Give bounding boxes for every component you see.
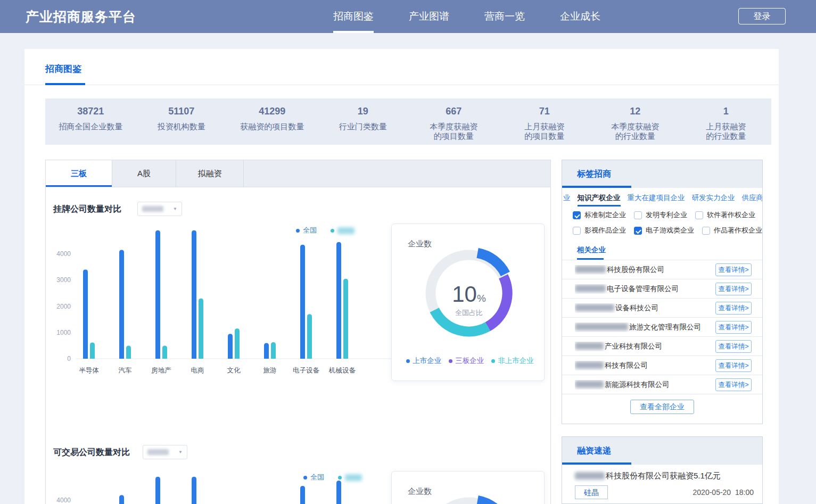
view-detail-button[interactable]: 查看详情> [715, 283, 752, 295]
checkbox-label: 作品著作权企业 [714, 226, 762, 235]
redacted-company-prefix [575, 342, 604, 350]
tag-tab-1[interactable]: 业 [563, 193, 571, 206]
legend-dot [491, 359, 495, 363]
checkbox-标准制定企业[interactable]: 标准制定企业 [573, 210, 626, 220]
tag-category-tabs: 业知识产权企业重大在建项目企业研发实力企业供应商企业科 [562, 193, 762, 209]
view-all-companies-button[interactable]: 查看全部企业 [630, 400, 694, 414]
top-navigation-bar: 产业招商服务平台 招商图鉴产业图谱营商一览企业成长 登录 [0, 0, 816, 33]
tag-tab-4[interactable]: 研发实力企业 [692, 193, 735, 206]
donut-legend-item-3[interactable]: 非上市企业 [491, 356, 534, 366]
stats-bar: 38721招商全国企业数量51107投资机构数量41299获融资的项目数量19行… [45, 98, 771, 145]
redacted-text [142, 206, 163, 212]
main-nav: 招商图鉴产业图谱营商一览企业成长 [333, 0, 600, 33]
market-tabs: 三板A股拟融资 [45, 160, 551, 187]
checkbox-影视作品企业[interactable]: 影视作品企业 [573, 226, 626, 235]
view-detail-button[interactable]: 查看详情> [715, 378, 752, 391]
tag-panel-title-underline [562, 186, 631, 188]
company-row-5: 产业科技有限公司查看详情> [562, 336, 762, 356]
company-name: 新能源科技有限公司 [575, 380, 715, 390]
view-detail-button[interactable]: 查看详情> [715, 321, 752, 334]
company-name-text: 科技股份有限公司 [607, 266, 664, 274]
donut-chart [392, 240, 545, 368]
stat-label: 获融资的项目数量 [227, 122, 318, 131]
checkbox-电子游戏类企业[interactable]: 电子游戏类企业 [634, 226, 694, 235]
funding-news-item[interactable]: 科技股份有限公司获融资5.1亿元 硅晶 2020-05-20 18:00 [562, 465, 762, 499]
company-name: 科技股份有限公司 [575, 265, 715, 275]
tag-panel-title: 标签招商 [577, 169, 611, 180]
stat-value: 1 [681, 106, 772, 117]
market-tab-3[interactable]: 拟融资 [176, 160, 244, 187]
donut-legend-item-2[interactable]: 三板企业 [449, 356, 484, 366]
checkbox-发明专利企业[interactable]: 发明专利企业 [634, 210, 687, 220]
chart2-legend: 全国 [303, 473, 362, 482]
redacted-company-prefix [575, 266, 606, 273]
funding-news-title: 科技股份有限公司获融资5.1亿元 [575, 471, 754, 481]
redacted-company-prefix [575, 381, 604, 388]
checkbox-row-1: 标准制定企业发明专利企业软件著作权企业 [573, 210, 762, 220]
checkbox-checked-icon[interactable] [634, 227, 642, 235]
redacted-legend-label [337, 227, 355, 234]
company-name: 科技有限公司 [575, 361, 715, 370]
checkbox-unchecked-icon[interactable] [695, 211, 703, 219]
checkbox-作品著作权企业[interactable]: 作品著作权企业 [702, 226, 762, 235]
stat-label: 本季度获融资 的项目数量 [408, 122, 499, 141]
funding-panel-header: 融资速递 [562, 437, 762, 465]
legend-item-1[interactable]: 全国 [303, 473, 324, 482]
page-title: 招商图鉴 [45, 63, 81, 75]
funding-tag: 硅晶 [575, 485, 608, 499]
checkbox-label: 软件著作权企业 [707, 210, 755, 220]
stat-value: 41299 [227, 106, 318, 117]
checkbox-unchecked-icon[interactable] [634, 211, 642, 219]
company-name: 旅游文化管理有限公司 [575, 323, 715, 332]
tag-tab-5[interactable]: 供应商企业 [742, 193, 763, 206]
checkbox-checked-icon[interactable] [573, 211, 581, 219]
company-name-text: 产业科技有限公司 [605, 342, 662, 350]
view-detail-button[interactable]: 查看详情> [715, 340, 752, 353]
tag-tab-3[interactable]: 重大在建项目企业 [628, 193, 685, 206]
login-button[interactable]: 登录 [738, 8, 786, 24]
market-tab-1[interactable]: 三板 [46, 160, 112, 187]
funding-news-text: 科技股份有限公司获融资5.1亿元 [606, 471, 721, 480]
nav-item-3[interactable]: 营商一览 [484, 0, 525, 33]
tag-tab-2[interactable]: 知识产权企业 [578, 193, 621, 206]
view-detail-button[interactable]: 查看详情> [715, 359, 752, 372]
chart2-filter-dropdown[interactable]: ▼ [143, 445, 187, 459]
funding-express-panel: 融资速递 科技股份有限公司获融资5.1亿元 硅晶 2020-05-20 18:0… [562, 436, 763, 504]
legend-label: 全国 [303, 226, 317, 235]
legend-label: 非上市企业 [498, 356, 534, 366]
chart2-title: 可交易公司数量对比 [53, 447, 130, 458]
nav-item-1[interactable]: 招商图鉴 [333, 0, 374, 33]
checkbox-unchecked-icon[interactable] [702, 227, 710, 235]
stat-label: 本季度获融资 的行业数量 [590, 122, 681, 141]
stat-label: 上月获融资 的行业数量 [681, 122, 772, 141]
funding-datetime: 2020-05-20 18:00 [693, 488, 754, 497]
legend-dot [449, 359, 452, 363]
checkbox-软件著作权企业[interactable]: 软件著作权企业 [695, 210, 755, 220]
company-name-text: 科技有限公司 [605, 361, 648, 369]
page-title-underline [45, 83, 85, 85]
nav-item-4[interactable]: 企业成长 [560, 0, 600, 33]
redacted-company-prefix [575, 304, 614, 311]
stat-label: 行业门类数量 [318, 122, 409, 131]
nav-item-2[interactable]: 产业图谱 [409, 0, 449, 33]
view-detail-button[interactable]: 查看详情> [715, 263, 752, 276]
checkbox-unchecked-icon[interactable] [573, 227, 581, 235]
stat-item: 1上月获融资 的行业数量 [681, 98, 772, 145]
chevron-down-icon: ▼ [173, 206, 177, 211]
stat-item: 12本季度获融资 的行业数量 [590, 98, 681, 145]
stat-item: 51107投资机构数量 [136, 98, 227, 145]
market-tab-2[interactable]: A股 [112, 160, 176, 187]
legend-item-1[interactable]: 全国 [296, 226, 317, 235]
checkbox-label: 标准制定企业 [584, 210, 626, 220]
legend-dot [303, 476, 307, 480]
legend-item-2[interactable] [331, 227, 355, 234]
company-name: 设备科技公司 [575, 303, 715, 313]
view-detail-button[interactable]: 查看详情> [715, 302, 752, 315]
legend-label: 全国 [310, 473, 324, 482]
stat-value: 71 [499, 106, 590, 117]
stat-label: 投资机构数量 [136, 122, 227, 131]
donut-legend-item-1[interactable]: 上市企业 [406, 356, 441, 366]
legend-item-2[interactable] [338, 474, 362, 481]
chart1-filter-dropdown[interactable]: ▼ [137, 202, 182, 216]
checkbox-label: 发明专利企业 [646, 210, 687, 220]
